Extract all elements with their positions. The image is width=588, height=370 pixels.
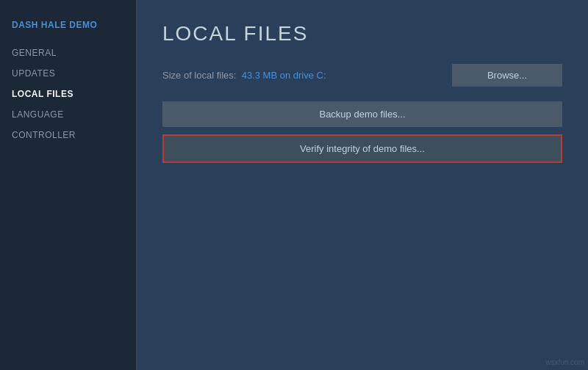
sidebar-item-language[interactable]: LANGUAGE: [0, 104, 136, 125]
verify-button[interactable]: Verify integrity of demo files...: [162, 134, 562, 163]
file-info-prefix: Size of local files:: [162, 70, 236, 81]
file-info-row: Size of local files: 43.3 MB on drive C:…: [162, 64, 562, 87]
file-info-text: Size of local files: 43.3 MB on drive C:: [162, 70, 326, 81]
file-size: 43.3 MB on drive C:: [242, 70, 326, 81]
sidebar-brand[interactable]: DASH HALE DEMO: [0, 15, 136, 35]
sidebar: DASH HALE DEMO GENERAL UPDATES LOCAL FIL…: [0, 0, 136, 370]
main-content: LOCAL FILES Size of local files: 43.3 MB…: [137, 0, 588, 370]
sidebar-item-local-files[interactable]: LOCAL FILES: [0, 84, 136, 104]
sidebar-item-updates[interactable]: UPDATES: [0, 63, 136, 84]
sidebar-item-controller[interactable]: CONTROLLER: [0, 125, 136, 145]
watermark: wsxfun.com: [545, 358, 584, 366]
sidebar-item-general[interactable]: GENERAL: [0, 43, 136, 63]
backup-button[interactable]: Backup demo files...: [162, 101, 562, 127]
page-title: LOCAL FILES: [162, 22, 562, 46]
browse-button[interactable]: Browse...: [452, 64, 562, 87]
